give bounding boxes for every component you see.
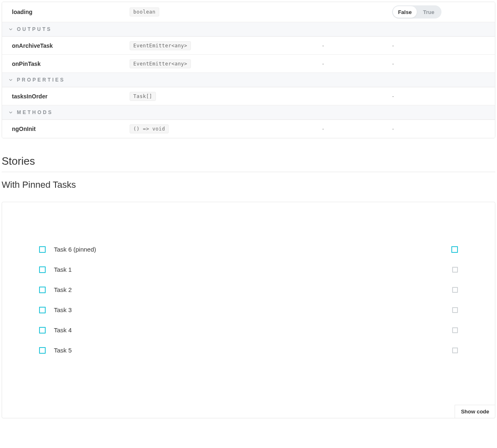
arg-default: - (318, 57, 388, 70)
type-badge: EventEmitter<any> (130, 41, 191, 50)
section-header-methods[interactable]: METHODS (2, 105, 495, 120)
arg-default (318, 9, 388, 15)
task-checkbox[interactable] (39, 287, 46, 293)
task-item: Task 3 (39, 300, 458, 320)
task-title: Task 1 (54, 266, 444, 273)
pin-icon[interactable] (452, 348, 458, 353)
args-table: loading boolean False True OUTPUTSonArch… (2, 2, 495, 138)
type-badge: () => void (130, 124, 169, 133)
task-item: Task 5 (39, 340, 458, 360)
arg-control: - (388, 122, 495, 135)
arg-type: EventEmitter<any> (125, 56, 318, 72)
toggle-true[interactable]: True (417, 6, 441, 18)
arg-type: boolean (125, 4, 318, 20)
arg-control: False True (388, 2, 495, 22)
arg-default: - (318, 39, 388, 52)
section-label: OUTPUTS (17, 26, 52, 32)
pin-icon[interactable] (452, 327, 458, 333)
toggle-false[interactable]: False (393, 6, 417, 18)
show-code-button[interactable]: Show code (455, 405, 495, 418)
pin-icon[interactable] (452, 267, 458, 273)
pin-icon[interactable] (451, 246, 458, 253)
chevron-down-icon (9, 110, 13, 114)
task-checkbox[interactable] (39, 266, 46, 273)
arg-row: onPinTaskEventEmitter<any>-- (2, 55, 495, 73)
arg-type: () => void (125, 121, 318, 137)
arg-row-loading: loading boolean False True (2, 2, 495, 22)
task-title: Task 2 (54, 286, 444, 293)
section-header-outputs[interactable]: OUTPUTS (2, 22, 495, 37)
arg-name: onPinTask (2, 57, 125, 70)
arg-row: ngOnInit() => void-- (2, 120, 495, 138)
task-checkbox[interactable] (39, 347, 46, 354)
boolean-toggle[interactable]: False True (392, 5, 441, 19)
task-item: Task 2 (39, 280, 458, 300)
section-header-properties[interactable]: PROPERTIES (2, 73, 495, 87)
arg-row: tasksInOrderTask[]- (2, 87, 495, 105)
task-checkbox[interactable] (39, 246, 46, 253)
arg-type: EventEmitter<any> (125, 38, 318, 54)
task-item: Task 1 (39, 259, 458, 280)
arg-row: onArchiveTaskEventEmitter<any>-- (2, 37, 495, 55)
task-item: Task 4 (39, 320, 458, 340)
task-title: Task 6 (pinned) (54, 246, 443, 253)
arg-default: - (318, 122, 388, 135)
task-item: Task 6 (pinned) (39, 239, 458, 259)
type-badge: EventEmitter<any> (130, 59, 191, 68)
chevron-down-icon (9, 27, 13, 31)
stories-heading: Stories (2, 155, 495, 172)
task-checkbox[interactable] (39, 327, 46, 334)
arg-name: onArchiveTask (2, 39, 125, 52)
pin-icon[interactable] (452, 307, 458, 313)
task-title: Task 4 (54, 327, 444, 334)
task-title: Task 3 (54, 306, 444, 313)
arg-name: ngOnInit (2, 122, 125, 135)
pin-icon[interactable] (452, 287, 458, 293)
arg-name: loading (2, 5, 125, 19)
arg-name: tasksInOrder (2, 90, 125, 103)
arg-default (318, 93, 388, 100)
story-title: With Pinned Tasks (2, 180, 495, 190)
arg-control: - (388, 90, 495, 103)
arg-control: - (388, 39, 495, 52)
type-badge: boolean (130, 7, 159, 16)
story-canvas: Task 6 (pinned)Task 1Task 2Task 3Task 4T… (2, 202, 495, 418)
type-badge: Task[] (130, 92, 156, 101)
arg-control: - (388, 57, 495, 70)
task-checkbox[interactable] (39, 307, 46, 313)
arg-type: Task[] (125, 89, 318, 104)
task-title: Task 5 (54, 347, 444, 354)
section-label: PROPERTIES (17, 77, 65, 83)
section-label: METHODS (17, 110, 53, 115)
chevron-down-icon (9, 78, 13, 82)
